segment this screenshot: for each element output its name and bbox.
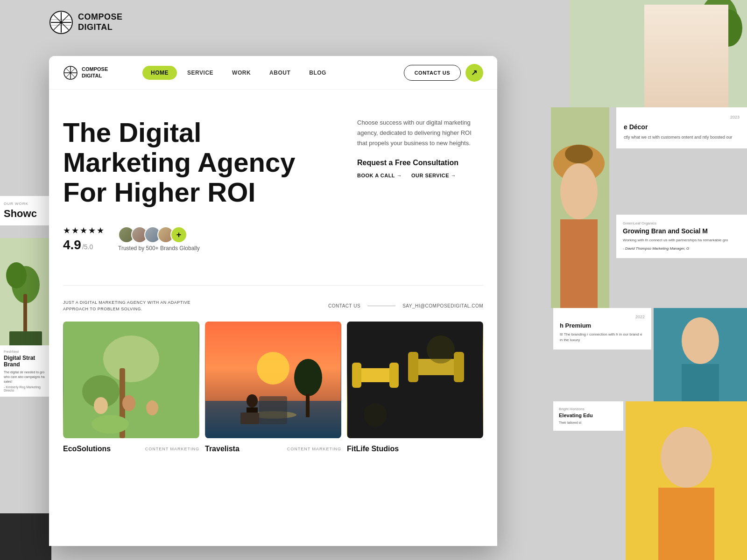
nav-link-work[interactable]: WORK — [224, 66, 259, 80]
svg-point-46 — [294, 359, 322, 396]
right-title-2: Growing Bran and Social M — [623, 227, 740, 235]
right-child-svg — [626, 401, 747, 560]
right-portrait-svg-1 — [551, 107, 609, 308]
svg-point-22 — [565, 145, 593, 163]
svg-rect-57 — [454, 352, 464, 382]
portfolio-grid: EcoSolutions CONTENT MARKETING — [49, 322, 497, 467]
nav-arrow-button[interactable]: ↗ — [465, 64, 483, 82]
nav-link-about[interactable]: ABOUT — [261, 66, 299, 80]
svg-point-41 — [146, 400, 158, 415]
contact-email: SAY_HI@COMPOSEDIGITAL.COM — [402, 303, 483, 308]
outer-brand: COMPOSE DIGITAL — [49, 10, 123, 35]
right-title-3: h Premium — [560, 322, 645, 329]
fitlife-card-footer: FitLife Studios — [347, 445, 483, 453]
rating-trust: Trusted by 500+ Brands Globally — [118, 245, 200, 252]
svg-rect-25 — [682, 364, 719, 401]
travel-image-content — [205, 322, 341, 438]
left-bottom-panel — [0, 513, 51, 560]
nav-link-blog[interactable]: BLOG — [301, 66, 335, 80]
rating-avatars-block: + Trusted by 500+ Brands Globally — [118, 226, 200, 252]
svg-rect-56 — [408, 352, 418, 382]
right-2023-panel: 2023 e Décor ctly what we ct with custom… — [616, 107, 747, 148]
avatar-plus: + — [170, 226, 187, 243]
eco-card-footer: EcoSolutions CONTENT MARKETING — [63, 445, 199, 453]
right-title-4: Elevating Edu — [559, 413, 618, 418]
eco-image-content — [63, 322, 199, 438]
right-brand-2: GreenLeaf Organics — [623, 221, 740, 225]
contact-label: CONTACT US — [328, 303, 360, 308]
portfolio-card-travel: Travelista CONTENT MARKETING — [205, 322, 341, 453]
right-year-2: 2022 — [560, 315, 645, 319]
svg-rect-28 — [658, 488, 714, 560]
svg-point-39 — [94, 397, 108, 414]
left-work-title: Showc — [4, 208, 48, 220]
left-card-author: - Kimberly Rog Marketing Directo — [4, 385, 48, 392]
right-text-1: ctly what we ct with customers ontent an… — [624, 134, 740, 141]
right-2022-panel: 2022 h Premium tt! The branding r connec… — [553, 308, 651, 350]
book-call-link[interactable]: BOOK A CALL → — [357, 173, 402, 178]
svg-rect-53 — [352, 363, 361, 388]
eco-card-image — [63, 322, 199, 438]
right-portrait-image-2 — [654, 308, 747, 401]
eco-card-name: EcoSolutions — [63, 445, 111, 453]
svg-point-38 — [92, 415, 129, 434]
left-card-text: The digital str needed to gro who care a… — [4, 370, 48, 384]
svg-point-58 — [427, 336, 455, 364]
star-4: ★ — [88, 225, 96, 236]
info-bar-contact: CONTACT US SAY_HI@COMPOSEDIGITAL.COM — [328, 303, 483, 308]
travel-card-footer: Travelista CONTENT MARKETING — [205, 445, 341, 453]
right-text-3: tt! The branding r connection with h in … — [560, 332, 645, 343]
outer-brand-text: COMPOSE DIGITAL — [78, 12, 123, 32]
svg-point-27 — [661, 427, 712, 488]
svg-rect-44 — [205, 401, 341, 438]
hero-divider — [63, 285, 483, 286]
eco-svg — [63, 322, 199, 438]
nav-link-service[interactable]: SERVICE — [179, 66, 222, 80]
nav-logo-icon — [63, 65, 78, 80]
svg-point-15 — [6, 262, 27, 288]
hero-cta-links: BOOK A CALL → OUR SERVICE → — [357, 173, 479, 178]
rating-score-row: 4.9 /5.0 — [63, 238, 104, 252]
rating-stars: ★ ★ ★ ★ ★ — [63, 225, 104, 236]
avatars-row: + — [118, 226, 200, 243]
nav-actions: CONTACT US ↗ — [404, 64, 483, 82]
hero-cta-title: Request a Free Consultation — [357, 159, 479, 167]
svg-point-35 — [103, 336, 159, 382]
info-bar-line — [367, 306, 395, 306]
travel-card-tag: CONTENT MARKETING — [287, 447, 341, 451]
navigation: COMPOSE DIGITAL HOME SERVICE WORK ABOUT … — [49, 56, 497, 90]
rating-block: ★ ★ ★ ★ ★ 4.9 /5.0 — [63, 225, 104, 252]
hero-rating: ★ ★ ★ ★ ★ 4.9 /5.0 — [63, 225, 483, 252]
star-1: ★ — [63, 225, 70, 236]
hero-right-content: Choose success with our digital marketin… — [357, 118, 479, 178]
right-portrait-image-1 — [551, 107, 609, 308]
fitlife-card-image — [347, 322, 483, 438]
nav-link-home[interactable]: HOME — [142, 66, 177, 80]
travel-card-image — [205, 322, 341, 438]
rating-score: 4.9 — [63, 238, 81, 252]
star-2: ★ — [71, 225, 79, 236]
hero-description: Choose success with our digital marketin… — [357, 118, 479, 148]
right-greenleaf-panel: GreenLeaf Organics Growing Bran and Soci… — [616, 215, 747, 258]
right-title-1: e Décor — [624, 123, 740, 131]
contact-us-button[interactable]: CONTACT US — [404, 65, 461, 81]
avatars-group: + Trusted by 500+ Brands Globally — [118, 226, 200, 252]
our-service-link[interactable]: OUR SERVICE → — [411, 173, 456, 178]
info-bar: JUST A DIGITAL MARKETING AGENCY WITH AN … — [49, 300, 497, 322]
right-brand-3: Bright Horizons — [559, 407, 618, 411]
svg-rect-47 — [306, 394, 310, 417]
left-work-label: OUR WORK — [4, 202, 48, 206]
hero-title: The Digital Marketing Agency For Higher … — [63, 118, 334, 207]
outer-brand-logo-icon — [49, 10, 73, 35]
svg-point-43 — [257, 352, 289, 385]
svg-rect-21 — [560, 219, 598, 308]
svg-rect-52 — [357, 368, 394, 382]
svg-rect-54 — [389, 363, 399, 388]
portfolio-card-fitlife: FitLife Studios — [347, 322, 483, 453]
svg-point-48 — [247, 394, 258, 407]
fitlife-card-name: FitLife Studios — [347, 445, 399, 453]
svg-point-59 — [364, 403, 387, 427]
right-portrait-svg-2 — [654, 308, 747, 401]
nav-logo-text: COMPOSE DIGITAL — [82, 66, 108, 78]
right-child-image — [626, 401, 747, 560]
